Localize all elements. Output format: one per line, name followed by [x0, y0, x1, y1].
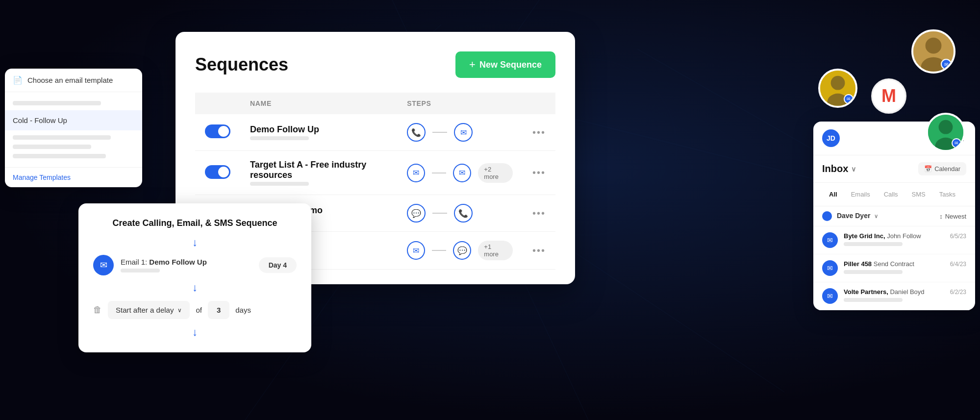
steps-icons-2: ✉ ✉ +2 more: [407, 163, 513, 183]
step-line-2: [432, 173, 446, 173]
email-item-1[interactable]: ✉ Byte Grid Inc, John Follow 6/5/23: [813, 226, 975, 254]
email-avatar-2: ✉: [822, 260, 838, 276]
creator-step-row-1: ✉ Email 1: Demo Follow Up Day 4: [93, 255, 297, 275]
creator-title: Create Calling, Email, & SMS Sequence: [93, 218, 297, 228]
manage-templates-link[interactable]: Manage Templates: [5, 167, 142, 187]
email-person-1: John Follow: [887, 232, 921, 240]
template-placeholder-3: [13, 145, 91, 149]
template-placeholder-2: [13, 135, 111, 140]
step-line-4: [432, 250, 446, 251]
filter-tab-emails[interactable]: Emails: [844, 188, 877, 201]
toggle-target-list[interactable]: [205, 165, 230, 179]
email-content-3: Volte Partners, Daniel Boyd 6/2/23: [844, 288, 966, 302]
email-item-3[interactable]: ✉ Volte Partners, Daniel Boyd 6/2/23: [813, 282, 975, 310]
new-sequence-label: New Sequence: [479, 60, 542, 70]
email-date-2: 6/4/23: [950, 261, 966, 268]
email-company-2: Piller 458: [844, 260, 872, 268]
delay-row: 🗑 Start after a delay ∨ of 3 days: [93, 301, 297, 319]
steps-icons-4: ✉ 💬 +1 more: [407, 241, 513, 260]
email-top-row-2: Piller 458 Send Contract 6/4/23: [844, 260, 966, 268]
sequence-sub-2: [250, 182, 309, 186]
avatar-person-3: ✉: [926, 113, 965, 152]
delay-label: Start after a delay: [116, 306, 174, 314]
sequence-name-1: Demo Follow Up: [250, 124, 387, 135]
table-row: Demo Follow Up 📞 ✉ •••: [195, 114, 555, 151]
dots-menu-3[interactable]: •••: [532, 208, 546, 219]
sort-icon: ↕: [939, 213, 943, 220]
document-icon: 📄: [13, 75, 23, 85]
email-avatar-1: ✉: [822, 232, 838, 248]
email-avatar-3: ✉: [822, 288, 838, 304]
calendar-label: Calendar: [934, 165, 960, 173]
plus-icon: +: [469, 58, 476, 71]
email-sender-1: Byte Grid Inc, John Follow: [844, 232, 921, 240]
creator-arrow-3: ↓: [93, 326, 297, 339]
delay-number[interactable]: 3: [208, 301, 229, 319]
email-content-1: Byte Grid Inc, John Follow 6/5/23: [844, 232, 966, 246]
email-sender-2: Piller 458 Send Contract: [844, 260, 914, 268]
template-header-label: Choose an email template: [27, 76, 113, 84]
step-number-label: Email 1:: [121, 258, 147, 266]
email-sender-3: Volte Partners, Daniel Boyd: [844, 288, 925, 296]
gmail-icon: M: [871, 78, 906, 114]
more-cell-2: •••: [523, 151, 555, 195]
sequences-header: Sequences + New Sequence: [195, 51, 555, 78]
email-sub-3: [844, 298, 903, 302]
step-phone-icon: 📞: [407, 123, 426, 142]
avatar-person-2: ✉: [818, 69, 857, 108]
inbox-chevron-icon: ∨: [851, 165, 856, 173]
svg-point-15: [939, 120, 953, 134]
step-phone-icon-2: 📞: [454, 204, 473, 222]
email-company-3: Volte Partners,: [844, 288, 888, 296]
th-name: NAME: [240, 93, 397, 114]
template-placeholder-1: [13, 101, 101, 105]
steps-icons-3: 💬 📞: [407, 204, 513, 222]
step-line-1: [432, 132, 447, 133]
email-person-3: Daniel Boyd: [890, 288, 924, 296]
table-header: NAME STEPS: [195, 93, 555, 114]
email-sub-2: [844, 270, 903, 274]
user-chevron-icon: ∨: [874, 213, 878, 219]
toggle-demo-followup[interactable]: [205, 124, 230, 138]
sort-button[interactable]: ↕ Newest: [939, 213, 966, 220]
dots-menu-1[interactable]: •••: [532, 127, 546, 138]
days-text: days: [235, 306, 251, 314]
avatar-badge-3: ✉: [952, 138, 961, 148]
creator-step-label: Email 1: Demo Follow Up: [121, 258, 252, 266]
toggle-cell-1: [195, 114, 240, 151]
email-sub-1: [844, 242, 903, 246]
steps-cell-1: 📞 ✉: [397, 114, 523, 151]
table-row: Target List A - Free industry resources …: [195, 151, 555, 195]
inbox-user-name[interactable]: Dave Dyer ∨: [822, 211, 878, 221]
creator-email-icon: ✉: [93, 255, 114, 275]
new-sequence-button[interactable]: + New Sequence: [455, 51, 555, 78]
filter-tab-tasks[interactable]: Tasks: [932, 188, 962, 201]
avatar-badge-1: ✉: [941, 59, 952, 70]
template-item-cold-followup[interactable]: Cold - Follow Up: [5, 110, 142, 130]
calendar-button[interactable]: 📅 Calendar: [918, 162, 966, 175]
avatar-badge-2: ✉: [844, 94, 854, 104]
name-cell-2: Target List A - Free industry resources: [240, 151, 397, 195]
template-list: Cold - Follow Up: [5, 92, 142, 167]
filter-tab-all[interactable]: All: [822, 188, 844, 201]
step-chat-icon-1: 💬: [407, 204, 426, 222]
email-item-2[interactable]: ✉ Piller 458 Send Contract 6/4/23: [813, 254, 975, 282]
creator-arrow-2: ↓: [93, 281, 297, 294]
step-name: Demo Follow Up: [149, 258, 207, 266]
of-text: of: [196, 306, 202, 314]
dots-menu-4[interactable]: •••: [532, 245, 546, 256]
calendar-icon: 📅: [924, 165, 932, 173]
trash-icon[interactable]: 🗑: [93, 305, 102, 315]
step-email-icon-1: ✉: [454, 123, 473, 142]
email-date-3: 6/2/23: [950, 289, 966, 296]
filter-tab-calls[interactable]: Calls: [877, 188, 905, 201]
name-cell-1: Demo Follow Up: [240, 114, 397, 151]
creator-step-text: Email 1: Demo Follow Up: [121, 258, 252, 272]
creator-arrow-1: ↓: [93, 236, 297, 249]
dots-menu-2[interactable]: •••: [532, 167, 546, 178]
filter-tab-sms[interactable]: SMS: [905, 188, 932, 201]
sort-label: Newest: [945, 213, 966, 220]
delay-dropdown[interactable]: Start after a delay ∨: [108, 301, 190, 319]
inbox-title-row: Inbox ∨ 📅 Calendar: [813, 155, 975, 183]
email-top-row-3: Volte Partners, Daniel Boyd 6/2/23: [844, 288, 966, 296]
